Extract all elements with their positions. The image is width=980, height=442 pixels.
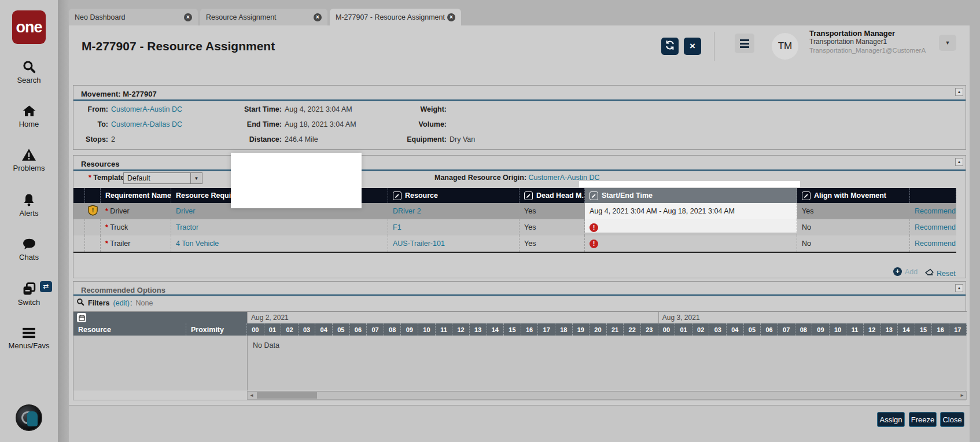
collapse-button[interactable]: ▲ [955, 284, 963, 292]
swap-arrows-icon[interactable]: ⇄ [40, 281, 52, 292]
one-network-logo[interactable]: one [12, 10, 46, 44]
timeline-hour-cell: 13 [470, 323, 487, 336]
add-button[interactable]: + Add [893, 267, 918, 276]
section-underline [73, 294, 966, 296]
horizontal-scrollbar[interactable]: ◄ ► [247, 391, 967, 400]
close-page-button[interactable]: × [684, 38, 701, 55]
section-underline [73, 100, 966, 101]
timeline-hour-cell: 00 [658, 323, 676, 336]
reset-button[interactable]: Reset [925, 268, 956, 278]
sidebar-item-problems[interactable]: Problems [0, 148, 58, 172]
timeline-hour-cell: 16 [932, 323, 949, 336]
template-select[interactable]: Default ▼ [123, 172, 202, 184]
timeline-hour-cell: 20 [590, 323, 607, 336]
stops-value: 2 [111, 135, 115, 143]
row-status-cell [85, 219, 101, 235]
header-divider [714, 32, 714, 61]
cell-requirement-name: * Trailer [101, 235, 171, 252]
timeline-hour-cell: 14 [487, 323, 504, 336]
tab-m277907-resource-assignment[interactable]: M-277907 - Resource Assignment × [330, 9, 461, 25]
recommend-link[interactable]: Recommend [915, 223, 956, 231]
tab-resource-assignment[interactable]: Resource Assignment × [200, 9, 327, 25]
cell-resource: DRiver 2 [388, 203, 520, 219]
timeline-hour-cell: 05 [333, 323, 350, 336]
timeline-hour-cell: 07 [778, 323, 795, 336]
column-header-resource: Resource [388, 188, 520, 203]
cell-align-with-movement: No [797, 219, 910, 235]
movement-section: Movement: M-277907 ▲ From:CustomerA-Aust… [73, 85, 966, 150]
scrollbar-thumb[interactable] [257, 392, 317, 399]
scroll-right-arrow[interactable]: ► [958, 392, 966, 399]
user-menu-chevron[interactable]: ▼ [939, 35, 956, 51]
column-header-1 [85, 188, 101, 203]
timeline-hour-cell: 12 [864, 323, 881, 336]
timeline-hour-cell: 01 [675, 323, 692, 336]
edit-icon [802, 191, 810, 200]
sidebar-item-home[interactable]: Home [0, 104, 58, 128]
timeline-date-row: Aug 2, 2021Aug 3, 2021 [73, 312, 967, 323]
sidebar-item-search[interactable]: Search [0, 60, 58, 84]
hamburger-icon [0, 326, 58, 340]
timeline-hour-cell: 08 [795, 323, 813, 336]
timeline-hour-cell: 09 [401, 323, 418, 336]
distance-value: 246.4 Mile [285, 135, 318, 143]
to-link[interactable]: CustomerA-Dallas DC [111, 120, 182, 128]
template-selected-value: Default [127, 174, 150, 182]
template-label: * Template: [89, 174, 127, 182]
cell-start-end-time: Aug 4, 2021 3:04 AM - Aug 18, 2021 3:04 … [585, 203, 797, 219]
timeline-hour-cell: 15 [504, 323, 521, 336]
managed-resource-origin: Managed Resource Origin: CustomerA-Austi… [434, 174, 600, 182]
timeline-hour-cell: 07 [367, 323, 384, 336]
sidebar-item-alerts[interactable]: Alerts [0, 193, 58, 218]
refresh-button[interactable] [661, 38, 679, 55]
context-menu-button[interactable] [735, 34, 754, 53]
collapse-button[interactable]: ▲ [955, 158, 963, 166]
timeline-hour-cell: 23 [641, 323, 658, 336]
table-row[interactable]: !* DriverDriverDRiver 2YesAug 4, 2021 3:… [73, 203, 956, 219]
filters-edit-link[interactable]: (edit) [113, 299, 130, 307]
sidebar-item-menus-favs[interactable]: Menus/Favs [0, 326, 58, 350]
calendar-icon[interactable] [77, 313, 86, 322]
assign-button[interactable]: Assign [877, 412, 905, 427]
resource-requirement-link[interactable]: Driver [176, 207, 195, 215]
origin-link[interactable]: CustomerA-Austin DC [529, 174, 600, 182]
column-header-label: Resource [405, 191, 438, 200]
table-row[interactable]: * TruckTractorF1Yes!NoRecommend [73, 219, 956, 235]
close-icon[interactable]: × [447, 13, 455, 21]
resource-link[interactable]: F1 [393, 223, 401, 231]
row-left-strip [73, 235, 85, 252]
close-button[interactable]: Close [940, 412, 964, 427]
resource-link[interactable]: DRiver 2 [393, 207, 421, 215]
tab-neo-dashboard[interactable]: Neo Dashboard × [69, 9, 198, 25]
requirement-name: Driver [108, 207, 130, 215]
resources-section-title: Resources [81, 160, 119, 168]
user-info: Transportation Manager Transportation Ma… [809, 29, 926, 55]
resource-link[interactable]: AUS-Trailer-101 [393, 240, 445, 248]
timeline-hour-cell: 06 [350, 323, 367, 336]
column-header-8 [910, 188, 956, 203]
from-link[interactable]: CustomerA-Austin DC [111, 105, 182, 113]
sidebar-item-chats[interactable]: Chats [0, 237, 58, 261]
close-icon[interactable]: × [184, 13, 192, 21]
tab-label: M-277907 - Resource Assignment [336, 13, 445, 21]
recommended-options-title: Recommended Options [81, 286, 165, 294]
collapse-button[interactable]: ▲ [955, 88, 963, 96]
volume-label: Volume: [389, 120, 447, 128]
freeze-button[interactable]: Freeze [909, 412, 937, 427]
column-header-align-with-movement: Align with Movement [797, 188, 910, 203]
scroll-left-arrow[interactable]: ◄ [248, 392, 256, 399]
recommend-link[interactable]: Recommend [915, 207, 956, 215]
column-header-label: Dead Head M... [536, 191, 585, 200]
filters-colon: : [130, 299, 132, 307]
assistant-avatar[interactable] [16, 404, 42, 431]
plus-icon: + [893, 267, 902, 276]
tab-label: Neo Dashboard [75, 13, 126, 21]
close-icon[interactable]: × [314, 13, 322, 21]
table-row[interactable]: * Trailer4 Ton VehicleAUS-Trailer-101Yes… [73, 235, 956, 252]
warning-shield-icon: ! [88, 205, 98, 218]
start-time-label: Start Time: [223, 105, 282, 113]
recommend-link[interactable]: Recommend [915, 240, 956, 248]
user-avatar[interactable]: TM [772, 33, 798, 60]
resource-requirement-link[interactable]: Tractor [176, 223, 198, 231]
resource-requirement-link[interactable]: 4 Ton Vehicle [176, 240, 219, 248]
